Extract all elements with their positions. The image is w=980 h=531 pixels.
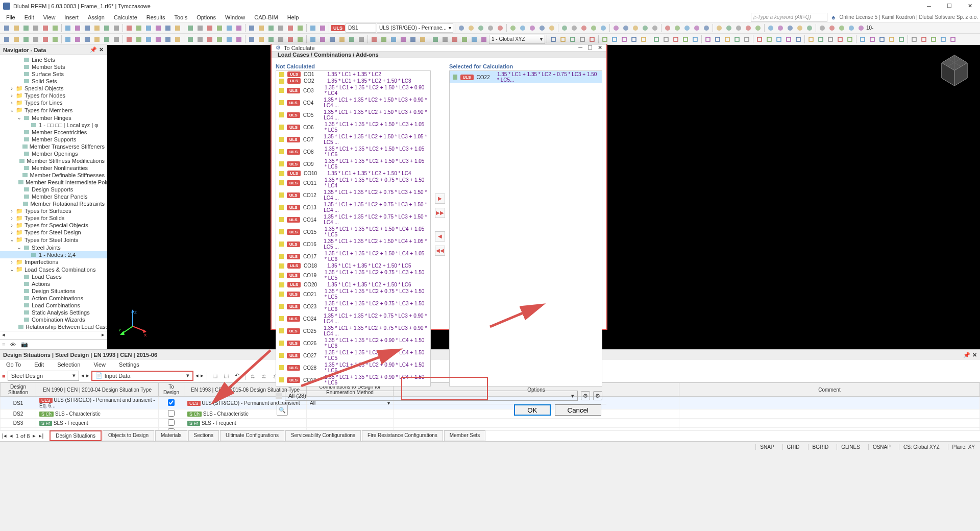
toolbar-btn-12[interactable]	[125, 23, 134, 33]
toolbar-btn-47[interactable]	[479, 35, 488, 44]
toolbar-btn-24[interactable]	[247, 35, 256, 44]
close-icon[interactable]: ✕	[99, 46, 104, 53]
toolbar-btn-34[interactable]	[347, 35, 356, 44]
toolbar-btn-11[interactable]	[112, 23, 121, 33]
toolbar1-extra-34[interactable]	[805, 23, 814, 33]
toolbar1-extra-12[interactable]	[579, 23, 589, 33]
move-left-button[interactable]: ◀	[435, 231, 445, 242]
toolbar-btn-20[interactable]	[205, 23, 214, 33]
toolbar-btn-30[interactable]	[308, 23, 317, 33]
toolbar2-extra-14[interactable]	[691, 35, 700, 44]
to-design-checkbox[interactable]	[168, 410, 175, 417]
tree-item[interactable]: Solid Sets	[0, 78, 107, 85]
toolbar-btn-16[interactable]	[163, 23, 173, 33]
toolbar1-extra-4[interactable]	[496, 23, 505, 33]
toolbar1-extra-11[interactable]	[570, 23, 579, 33]
dialog-close-button[interactable]: ✕	[598, 44, 602, 51]
toolbar-btn-4[interactable]	[41, 23, 50, 33]
tab-member-sets[interactable]: Member Sets	[444, 430, 485, 441]
list-item[interactable]: ULSCO121.35 * LC1 + 1.35 * LC2 + 0.75 * …	[276, 189, 430, 201]
toolbar2-extra-36[interactable]	[919, 35, 928, 44]
toolbar-btn-17[interactable]	[173, 35, 182, 44]
toolbar2-extra-33[interactable]	[887, 35, 896, 44]
list-item[interactable]: ULSCO21.35 * LC1 + 1.35 * LC2 + 1.50 * L…	[276, 78, 430, 84]
list-item[interactable]: ULSCO91.35 * LC1 + 1.35 * LC2 + 1.50 * L…	[276, 158, 430, 170]
ok-button[interactable]: OK	[514, 404, 550, 416]
list-item[interactable]: ULSCO41.35 * LC1 + 1.35 * LC2 + 1.50 * L…	[276, 96, 430, 109]
toolbar-btn-13[interactable]	[134, 35, 143, 44]
tree-item[interactable]: ›📁Special Objects	[0, 85, 107, 92]
toolbar2-extra-27[interactable]	[826, 35, 835, 44]
toolbar-btn-40[interactable]	[408, 35, 418, 44]
input-data-dropdown[interactable]: 📄 Input Data▾	[91, 371, 193, 381]
move-all-right-button[interactable]: ▶▶	[435, 208, 445, 218]
toolbar-btn-3[interactable]	[31, 35, 40, 44]
toolbar2-extra-1[interactable]	[558, 35, 568, 44]
toolbar2-extra-28[interactable]	[836, 35, 845, 44]
toolbar1-extra-20[interactable]	[663, 23, 672, 33]
toolbar2-extra-34[interactable]	[897, 35, 906, 44]
toolbar-btn-8[interactable]	[83, 35, 92, 44]
toolbar-btn-36[interactable]	[370, 35, 379, 44]
status-osnap[interactable]: OSNAP	[868, 444, 891, 450]
tree-item[interactable]: Member Nonlinearities	[0, 164, 107, 172]
toolbar-btn-15[interactable]	[154, 35, 163, 44]
list-item[interactable]: ULSCO81.35 * LC1 + 1.35 * LC2 + 1.50 * L…	[276, 146, 430, 158]
tree-item[interactable]: 1 - □□ □□ | Local xyz | φ	[0, 122, 107, 129]
tree-item[interactable]: Static Analysis Settings	[0, 309, 107, 316]
toolbar2-extra-30[interactable]	[858, 35, 867, 44]
page-last-icon[interactable]: ▸|	[39, 432, 43, 439]
toolbar-btn-23[interactable]	[234, 35, 243, 44]
toolbar2-extra-20[interactable]	[755, 35, 764, 44]
tree-item[interactable]: Member Stiffness Modifications	[0, 157, 107, 164]
toolbar2-extra-2[interactable]	[568, 35, 577, 44]
toolbar2-extra-32[interactable]	[877, 35, 887, 44]
dialog-minimize-button[interactable]: ─	[578, 44, 582, 51]
toolbar-btn-46[interactable]	[470, 35, 479, 44]
tab-sections[interactable]: Sections	[188, 430, 219, 441]
list-item[interactable]: ULSCO181.35 * LC1 + 1.35 * LC2 + 1.50 * …	[276, 262, 430, 269]
status-glines[interactable]: GLINES	[837, 444, 860, 450]
ds-dropdown[interactable]: DS1	[346, 23, 376, 33]
list-item[interactable]: ULSCO191.35 * LC1 + 1.35 * LC2 + 0.75 * …	[276, 269, 430, 281]
help-button[interactable]: 🔍	[277, 404, 288, 416]
close-button[interactable]: ✕	[963, 1, 977, 11]
toolbar2-extra-17[interactable]	[723, 35, 732, 44]
page-next-icon[interactable]: ▸	[33, 432, 36, 439]
toolbar-btn-18[interactable]	[186, 35, 195, 44]
nav-tab-eye-icon[interactable]: 👁	[10, 342, 16, 348]
list-item[interactable]: ULSCO131.35 * LC1 + 1.35 * LC2 + 0.75 * …	[276, 201, 430, 213]
toolbar-btn-24[interactable]	[247, 23, 256, 33]
toolbar-btn-25[interactable]	[257, 35, 266, 44]
toolbar-btn-5[interactable]	[51, 35, 60, 44]
menu-insert[interactable]: Insert	[60, 13, 83, 21]
toolbar-btn-28[interactable]	[286, 35, 295, 44]
bp-tool-5[interactable]: ⎌	[260, 371, 269, 380]
toolbar1-extra-9[interactable]	[547, 23, 556, 33]
toolbar1-extra-27[interactable]	[734, 23, 743, 33]
tree-item[interactable]: ›📁Types for Surfaces	[0, 207, 107, 214]
list-item[interactable]: ULSCO201.35 * LC1 + 1.35 * LC2 + 1.50 * …	[276, 281, 430, 288]
toolbar-btn-20[interactable]	[205, 35, 214, 44]
toolbar1-extra-22[interactable]	[682, 23, 692, 33]
maximize-button[interactable]: ☐	[942, 1, 957, 11]
menu-calculate[interactable]: Calculate	[110, 13, 141, 21]
toolbar2-extra-8[interactable]	[629, 35, 639, 44]
bp-menu-go-to[interactable]: Go To	[2, 360, 25, 369]
tab-serviceability-configurations[interactable]: Serviceability Configurations	[285, 430, 361, 441]
toolbar2-extra-35[interactable]	[910, 35, 919, 44]
toolbar-btn-28[interactable]	[286, 23, 295, 33]
bp-tool-1[interactable]: ⬚	[210, 371, 219, 380]
toolbar-btn-29[interactable]	[296, 23, 305, 33]
toolbar2-extra-19[interactable]	[742, 35, 751, 44]
tree-item[interactable]: Surface Sets	[0, 70, 107, 78]
tab-objects-to-design[interactable]: Objects to Design	[103, 430, 154, 441]
toolbar1-extra-18[interactable]	[641, 23, 650, 33]
toolbar-btn-5[interactable]	[51, 23, 60, 33]
tree-item[interactable]: ›📁Imperfections	[0, 258, 107, 266]
toolbar1-extra-17[interactable]	[631, 23, 640, 33]
bp-tool-2[interactable]: ⬚	[222, 371, 231, 380]
toolbar2-extra-5[interactable]	[600, 35, 609, 44]
toolbar-btn-18[interactable]	[186, 23, 195, 33]
bp-tool-3[interactable]: ↶	[233, 371, 242, 380]
